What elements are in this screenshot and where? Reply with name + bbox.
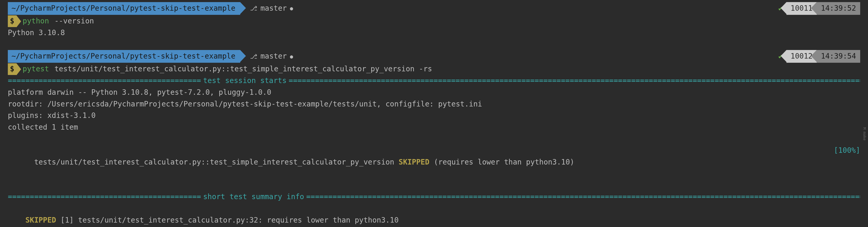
summary-status: SKIPPED	[25, 216, 56, 224]
platform-line: platform darwin -- Python 3.10.8, pytest…	[8, 87, 860, 98]
prompt-line-1: ~/PycharmProjects/Personal/pytest-skip-t…	[8, 2, 860, 15]
path-segment: ~/PycharmProjects/Personal/pytest-skip-t…	[8, 50, 240, 63]
path-segment: ~/PycharmProjects/Personal/pytest-skip-t…	[8, 2, 240, 15]
test-progress-pct: [100%]	[834, 145, 860, 180]
timestamp: 14:39:54	[817, 50, 860, 63]
prompt-symbol: $	[8, 63, 17, 75]
right-prompt: ✔ 10011 14:39:52	[775, 2, 860, 15]
git-branch-segment: ⎇ master ●	[240, 51, 296, 62]
session-start-divider: ========================================…	[8, 75, 860, 87]
summary-line: SKIPPED [1] tests/unit/test_interest_cal…	[8, 203, 860, 227]
summary-header-text: short test summary info	[201, 191, 306, 203]
divider-equals: ========================================…	[8, 191, 201, 203]
collected-line: collected 1 item	[8, 122, 860, 133]
summary-divider: ========================================…	[8, 191, 860, 203]
test-status: SKIPPED	[399, 158, 429, 166]
timestamp: 14:39:52	[817, 2, 860, 15]
command-args: --version	[55, 15, 94, 27]
rootdir-line: rootdir: /Users/ericsda/PycharmProjects/…	[8, 98, 860, 110]
command-line-2[interactable]: $ pytest tests/unit/test_interest_calcul…	[8, 63, 860, 75]
branch-icon: ⎇	[250, 52, 257, 61]
command-line-1[interactable]: $ python --version	[8, 15, 860, 27]
command-name: python	[23, 15, 49, 27]
divider-equals: ========================================…	[289, 75, 860, 87]
git-branch-segment: ⎇ master ●	[240, 3, 296, 14]
prompt-symbol: $	[8, 15, 17, 27]
branch-name: master	[260, 51, 287, 62]
branch-icon: ⎇	[250, 3, 257, 13]
sidebar-label: M make	[862, 127, 867, 140]
terminal[interactable]: ~/PycharmProjects/Personal/pytest-skip-t…	[0, 0, 868, 227]
test-reason: (requires lower than python3.10)	[429, 158, 574, 166]
dirty-indicator-icon: ●	[290, 52, 293, 61]
command-args: tests/unit/test_interest_calculator.py::…	[55, 63, 432, 75]
prompt-line-2: ~/PycharmProjects/Personal/pytest-skip-t…	[8, 50, 860, 63]
divider-equals: ========================================…	[8, 75, 201, 87]
test-result-line: tests/unit/test_interest_calculator.py::…	[8, 145, 860, 180]
test-path: tests/unit/test_interest_calculator.py::…	[34, 158, 399, 166]
command-output-1: Python 3.10.8	[8, 27, 860, 39]
session-header-text: test session starts	[201, 75, 289, 87]
summary-detail: [1] tests/unit/test_interest_calculator.…	[56, 216, 399, 224]
branch-name: master	[260, 3, 287, 14]
dirty-indicator-icon: ●	[290, 4, 293, 12]
right-prompt: ✔ 10012 14:39:54	[775, 50, 860, 63]
plugins-line: plugins: xdist-3.1.0	[8, 110, 860, 122]
divider-equals: ========================================…	[306, 191, 860, 203]
command-name: pytest	[23, 63, 49, 75]
